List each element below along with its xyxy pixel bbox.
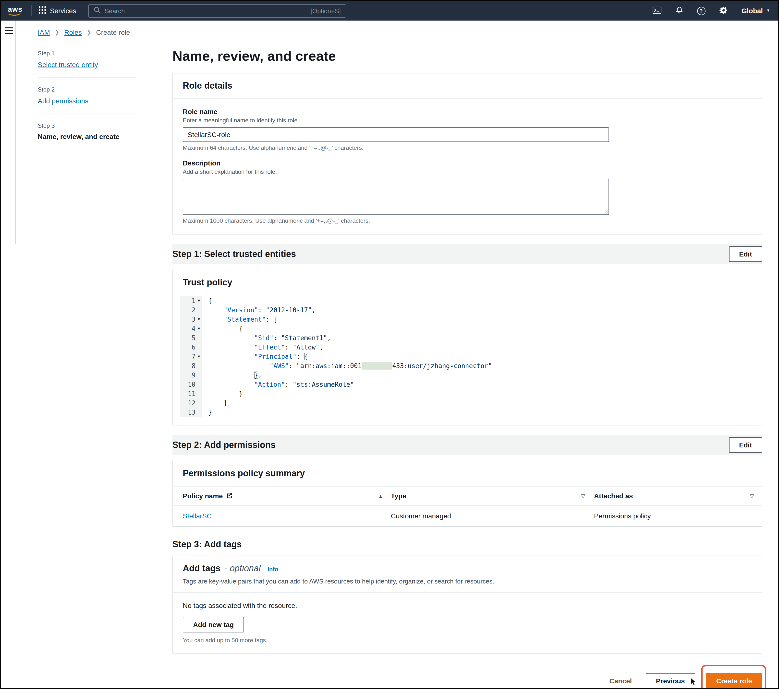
code-line-number: 12	[180, 398, 202, 408]
help-button[interactable]: ?	[697, 7, 705, 15]
steps-nav-add-permissions[interactable]: Add permissions	[38, 97, 89, 105]
code-line-number: 10	[180, 380, 202, 389]
code-line: 10 "Action": "sts:AssumeRole"	[180, 380, 755, 389]
breadcrumb-separator: ❯	[87, 29, 91, 35]
code-fold-toggle[interactable]: 4▾	[180, 324, 202, 333]
services-menu-button[interactable]: Services	[39, 7, 76, 15]
add-tags-description: Tags are key-value pairs that you can ad…	[183, 578, 752, 585]
step-3-block: Step 3 Name, review, and create	[38, 122, 172, 140]
permissions-table-header: Policy name ▲ Type ▽	[173, 487, 762, 506]
settings-button[interactable]	[719, 6, 728, 16]
sort-ascending-icon[interactable]: ▲	[378, 493, 383, 498]
notifications-button[interactable]	[675, 5, 683, 16]
code-line: 7▾ "Principal": {	[180, 352, 755, 361]
step1-section-title: Step 1: Select trusted entities	[172, 249, 296, 259]
create-role-button[interactable]: Create role	[706, 673, 762, 689]
code-text[interactable]: "Effect": "Allow",	[202, 343, 323, 352]
region-selector[interactable]: Global ▼	[742, 7, 770, 15]
breadcrumb-separator: ❯	[55, 29, 59, 35]
add-tags-title: Add tags	[183, 563, 221, 574]
console-window: aws Services Search [Option+S]	[0, 0, 779, 689]
description-hint: Maximum 1000 characters. Use alphanumeri…	[183, 217, 752, 224]
cancel-button[interactable]: Cancel	[610, 677, 632, 685]
code-line-number: 5	[180, 333, 202, 343]
code-fold-toggle[interactable]: 3▾	[180, 315, 202, 324]
breadcrumb-roles[interactable]: Roles	[64, 28, 82, 36]
role-name-help: Enter a meaningful name to identify this…	[183, 117, 752, 124]
nav-divider	[31, 5, 32, 16]
edit-permissions-button[interactable]: Edit	[729, 437, 762, 453]
code-text[interactable]: ]	[202, 398, 227, 408]
add-tags-optional: - optional	[224, 563, 261, 574]
code-line: 2 "Version": "2012-10-17",	[180, 305, 755, 315]
role-details-title: Role details	[183, 81, 752, 91]
search-input[interactable]: Search [Option+S]	[88, 4, 346, 17]
code-text[interactable]: "Sid": "Statement1",	[202, 333, 331, 343]
description-textarea[interactable]	[183, 179, 609, 215]
code-line: 6 "Effect": "Allow",	[180, 343, 755, 352]
code-text[interactable]: "Action": "sts:AssumeRole"	[202, 380, 354, 389]
code-text[interactable]: {	[202, 296, 212, 305]
edit-trusted-entities-button[interactable]: Edit	[729, 246, 762, 262]
region-label: Global	[742, 7, 763, 15]
search-shortcut-hint: [Option+S]	[311, 7, 341, 15]
search-placeholder: Search	[105, 7, 306, 15]
code-text[interactable]: "Statement": [	[202, 315, 277, 324]
code-fold-toggle[interactable]: 7▾	[180, 352, 202, 361]
tags-limit-text: You can add up to 50 more tags.	[183, 637, 752, 644]
code-text[interactable]: "Version": "2012-10-17",	[202, 305, 316, 315]
code-fold-toggle[interactable]: 1▾	[180, 296, 202, 305]
services-grid-icon	[39, 7, 46, 15]
info-link[interactable]: Info	[267, 566, 278, 573]
cloudshell-button[interactable]	[652, 6, 661, 15]
aws-logo[interactable]: aws	[8, 6, 23, 16]
search-icon	[93, 6, 101, 15]
code-text[interactable]: },	[202, 370, 262, 380]
description-label: Description	[183, 159, 752, 167]
steps-nav-name-review-create: Name, review, and create	[38, 133, 172, 140]
step-2-block: Step 2 Add permissions	[38, 86, 172, 105]
gear-icon	[719, 6, 728, 16]
type-column-header: Type	[391, 492, 406, 500]
trust-policy-code[interactable]: 1▾{2 "Version": "2012-10-17",3▾ "Stateme…	[180, 296, 755, 417]
question-icon: ?	[697, 7, 705, 15]
policy-link-stellarsc[interactable]: StellarSC	[183, 512, 212, 520]
step-2-label: Step 2	[38, 86, 172, 93]
code-line-number: 9	[180, 370, 202, 380]
steps-divider	[38, 113, 135, 114]
code-text[interactable]: }	[202, 389, 243, 398]
role-name-input[interactable]	[183, 127, 609, 142]
code-text[interactable]: {	[202, 324, 243, 333]
code-text[interactable]: "Principal": {	[202, 352, 308, 361]
attached-as-filter-icon[interactable]: ▽	[750, 493, 754, 499]
code-line-number: 8	[180, 361, 202, 370]
step2-section-header: Step 2: Add permissions Edit	[172, 435, 762, 455]
step1-section-header: Step 1: Select trusted entities Edit	[172, 244, 762, 264]
permissions-summary-card: Permissions policy summary Policy name	[172, 461, 762, 527]
breadcrumb-iam[interactable]: IAM	[38, 28, 50, 36]
chevron-down-icon: ▼	[766, 9, 770, 13]
wizard-footer: Cancel Previous Create role	[172, 665, 762, 689]
permissions-summary-title: Permissions policy summary	[183, 468, 752, 479]
permissions-table-row: StellarSC Customer managed Permissions p…	[173, 506, 762, 526]
previous-button[interactable]: Previous	[645, 673, 695, 689]
bell-icon	[675, 5, 683, 16]
step-1-label: Step 1	[38, 50, 172, 57]
steps-nav-select-trusted-entity[interactable]: Select trusted entity	[38, 61, 98, 68]
code-line-number: 11	[180, 389, 202, 398]
code-line: 4▾ {	[180, 324, 755, 333]
hamburger-menu-icon[interactable]	[5, 27, 13, 34]
step-3-label: Step 3	[38, 122, 172, 129]
add-new-tag-button[interactable]: Add new tag	[183, 617, 244, 632]
description-help: Add a short explanation for this role.	[183, 168, 752, 175]
steps-divider	[38, 77, 135, 78]
policy-type-cell: Customer managed	[391, 512, 451, 520]
role-name-hint: Maximum 64 characters. Use alphanumeric …	[183, 144, 752, 151]
aws-logo-text: aws	[8, 6, 23, 13]
code-text[interactable]: "AWS": "arn:aws:iam::001 433:user/jzhang…	[202, 361, 492, 370]
type-filter-icon[interactable]: ▽	[581, 493, 585, 499]
page-title: Name, review, and create	[172, 48, 762, 64]
code-text[interactable]: }	[202, 408, 212, 417]
collapsed-sidebar	[1, 20, 16, 688]
code-line: 1▾{	[180, 296, 755, 305]
